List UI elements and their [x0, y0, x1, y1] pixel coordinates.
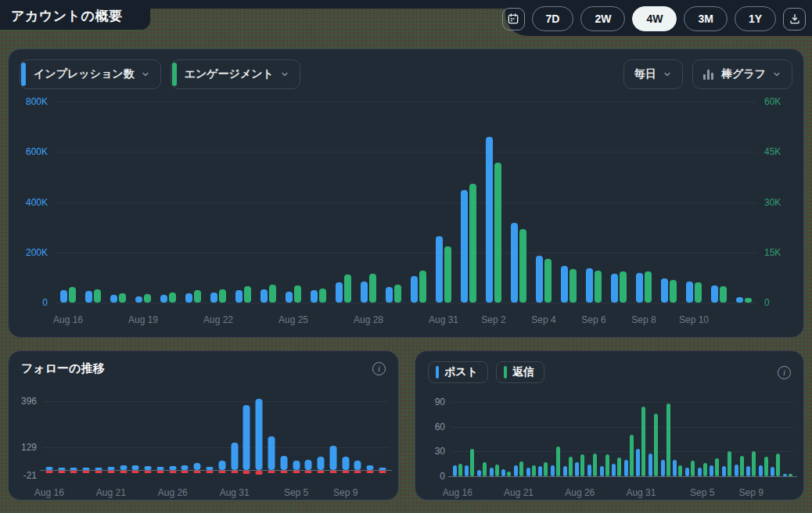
replies-bar[interactable] [740, 456, 744, 476]
impressions-bar[interactable] [661, 278, 668, 303]
engagement-bar[interactable] [469, 184, 476, 303]
engagement-bar[interactable] [344, 274, 351, 303]
impressions-bar[interactable] [286, 292, 293, 303]
range-button-1y[interactable]: 1Y [735, 6, 776, 31]
impressions-bar[interactable] [536, 256, 543, 303]
impressions-bar[interactable] [311, 290, 318, 303]
impressions-bar[interactable] [336, 282, 343, 303]
replies-bar[interactable] [789, 474, 792, 476]
posts-bar[interactable] [722, 466, 726, 476]
follows-bar[interactable] [293, 461, 300, 470]
legend-chip-replies[interactable]: 返信 [496, 361, 544, 383]
impressions-bar[interactable] [586, 268, 593, 303]
replies-bar[interactable] [715, 458, 719, 476]
engagement-bar[interactable] [720, 286, 727, 303]
unfollows-bar[interactable] [169, 471, 176, 473]
posts-bar[interactable] [526, 468, 530, 476]
follows-bar[interactable] [169, 466, 176, 470]
follows-bar[interactable] [132, 465, 139, 470]
engagement-bar[interactable] [745, 298, 752, 303]
unfollows-bar[interactable] [194, 471, 201, 473]
replies-bar[interactable] [580, 454, 584, 476]
engagement-bar[interactable] [494, 163, 501, 303]
posts-bar[interactable] [698, 468, 702, 476]
posts-bar[interactable] [538, 466, 542, 476]
impressions-bar[interactable] [85, 291, 92, 303]
replies-bar[interactable] [752, 451, 756, 476]
replies-bar[interactable] [556, 447, 560, 476]
replies-bar[interactable] [470, 449, 474, 476]
engagement-bar[interactable] [695, 282, 702, 303]
follows-bar[interactable] [342, 457, 349, 470]
unfollows-bar[interactable] [329, 471, 336, 473]
impressions-bar[interactable] [235, 290, 243, 303]
follows-bar[interactable] [120, 465, 127, 470]
unfollows-bar[interactable] [342, 471, 349, 473]
replies-bar[interactable] [495, 465, 499, 476]
posts-bar[interactable] [759, 465, 763, 476]
legend-chip-posts[interactable]: ポスト [428, 361, 488, 383]
follows-bar[interactable] [181, 465, 189, 470]
replies-bar[interactable] [617, 457, 621, 476]
info-icon[interactable]: i [372, 362, 386, 375]
impressions-bar[interactable] [185, 293, 192, 303]
impressions-bar[interactable] [411, 276, 418, 303]
engagement-bar[interactable] [569, 269, 577, 303]
unfollows-bar[interactable] [354, 471, 361, 473]
posts-bar[interactable] [735, 465, 738, 476]
posts-bar[interactable] [477, 470, 481, 476]
replies-bar[interactable] [666, 404, 670, 476]
follows-bar[interactable] [305, 460, 312, 470]
replies-bar[interactable] [728, 451, 731, 476]
engagement-bar[interactable] [369, 274, 376, 303]
unfollows-bar[interactable] [280, 471, 287, 473]
posts-bar[interactable] [465, 465, 469, 476]
impressions-bar[interactable] [135, 296, 142, 303]
follows-bar[interactable] [280, 456, 287, 470]
replies-bar[interactable] [483, 462, 487, 476]
replies-bar[interactable] [605, 454, 609, 476]
unfollows-bar[interactable] [379, 471, 386, 473]
replies-bar[interactable] [507, 472, 511, 476]
unfollows-bar[interactable] [318, 471, 325, 473]
replies-bar[interactable] [569, 457, 573, 476]
impressions-bar[interactable] [386, 287, 393, 303]
engagement-bar[interactable] [620, 271, 627, 303]
follows-bar[interactable] [367, 465, 374, 470]
follows-bar[interactable] [354, 461, 361, 470]
follows-bar[interactable] [70, 468, 77, 470]
replies-bar[interactable] [532, 465, 536, 476]
replies-bar[interactable] [654, 414, 658, 476]
engagement-bar[interactable] [319, 289, 326, 303]
impressions-bar[interactable] [486, 137, 493, 303]
range-button-4w[interactable]: 4W [632, 6, 677, 31]
impressions-bar[interactable] [210, 292, 217, 303]
replies-bar[interactable] [641, 407, 645, 476]
unfollows-bar[interactable] [107, 471, 114, 473]
engagement-bar[interactable] [444, 246, 451, 303]
engagement-bar[interactable] [69, 287, 76, 303]
follows-bar[interactable] [218, 461, 225, 470]
replies-bar[interactable] [630, 435, 634, 476]
chart-type-dropdown[interactable]: 棒グラフ [692, 59, 792, 89]
interval-dropdown[interactable]: 毎日 [623, 59, 683, 89]
unfollows-bar[interactable] [218, 471, 225, 473]
posts-bar[interactable] [673, 460, 677, 476]
follows-bar[interactable] [194, 463, 201, 470]
engagement-bar[interactable] [119, 293, 126, 303]
follows-bar[interactable] [207, 467, 214, 470]
impressions-bar[interactable] [636, 273, 643, 303]
engagement-bar[interactable] [269, 285, 276, 303]
posts-bar[interactable] [514, 465, 518, 476]
replies-bar[interactable] [776, 454, 780, 477]
range-button-7d[interactable]: 7D [532, 6, 574, 31]
replies-bar[interactable] [764, 457, 768, 476]
posts-bar[interactable] [490, 468, 494, 476]
follows-bar[interactable] [329, 446, 336, 470]
impressions-bar[interactable] [160, 295, 167, 303]
posts-bar[interactable] [771, 467, 774, 476]
impressions-bar[interactable] [511, 223, 518, 303]
unfollows-bar[interactable] [70, 471, 77, 473]
engagement-bar[interactable] [144, 294, 151, 303]
impressions-bar[interactable] [436, 236, 443, 303]
